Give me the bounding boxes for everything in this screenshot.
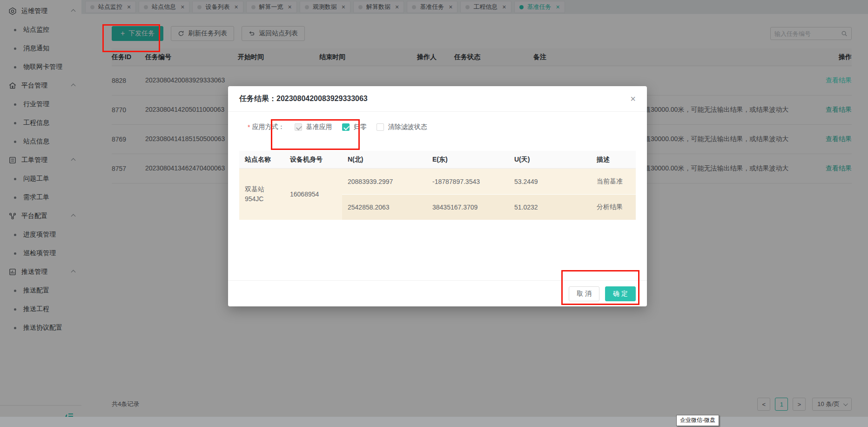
col-header-site-name: 站点名称: [239, 156, 284, 164]
cell-u-value: 51.0232: [509, 203, 591, 211]
cell-n-value: 2542858.2063: [342, 203, 427, 211]
col-header-n: N(北): [342, 156, 427, 164]
cell-e-value: -18787897.3543: [427, 178, 509, 185]
result-row-current: 20883939.2997 -18787897.3543 53.2449 当前基…: [342, 169, 636, 194]
result-table: 站点名称 设备机身号 N(北) E(东) U(天) 描述 双基站 954JC 1…: [239, 151, 636, 220]
checkbox-checked-icon: [342, 123, 350, 131]
close-dialog-icon[interactable]: ×: [630, 94, 636, 103]
checkbox-reset-zero[interactable]: 归零: [342, 123, 366, 131]
cell-desc-value: 分析结果: [591, 203, 636, 211]
checkbox-base-apply[interactable]: 基准应用: [295, 123, 332, 131]
dialog-footer: 取 消 确 定: [228, 280, 647, 306]
cell-n-value: 20883939.2997: [342, 178, 427, 185]
dialog-title: 任务结果：2023080420083929333063: [239, 94, 368, 104]
col-header-desc: 描述: [591, 156, 636, 164]
checkbox-checked-disabled-icon: [295, 123, 302, 131]
cell-e-value: 38435167.3709: [427, 203, 509, 211]
col-header-u: U(天): [509, 156, 591, 164]
apply-mode-label: 应用方式：: [252, 123, 284, 131]
checkbox-label: 清除滤波状态: [388, 123, 427, 131]
cancel-button[interactable]: 取 消: [569, 286, 599, 301]
result-table-header: 站点名称 设备机身号 N(北) E(东) U(天) 描述: [239, 151, 636, 169]
checkbox-label: 归零: [353, 123, 366, 131]
result-table-body: 双基站 954JC 16068954 20883939.2997 -187878…: [239, 169, 636, 220]
task-result-dialog: 任务结果：2023080420083929333063 × * 应用方式： 基准…: [228, 86, 647, 306]
cell-device-sn: 16068954: [284, 169, 342, 220]
os-taskbar: [0, 417, 868, 427]
confirm-button[interactable]: 确 定: [605, 286, 636, 301]
cell-desc-value: 当前基准: [591, 177, 636, 186]
taskbar-tooltip: 企业微信-微盘: [676, 415, 719, 426]
checkbox-label: 基准应用: [306, 123, 332, 131]
cell-u-value: 53.2449: [509, 178, 591, 185]
cell-site-name: 双基站 954JC: [239, 169, 284, 220]
result-row-analysis: 2542858.2063 38435167.3709 51.0232 分析结果: [342, 194, 636, 220]
dialog-body: * 应用方式： 基准应用 归零 清除滤波状态 站点名称 设备机身号 N(北) E…: [228, 112, 647, 220]
checkbox-clear-filter[interactable]: 清除滤波状态: [377, 123, 427, 131]
required-asterisk: *: [248, 123, 250, 131]
checkbox-unchecked-icon: [377, 123, 384, 131]
dialog-header: 任务结果：2023080420083929333063 ×: [228, 86, 647, 112]
apply-mode-row: * 应用方式： 基准应用 归零 清除滤波状态: [248, 123, 636, 131]
col-header-device-sn: 设备机身号: [284, 156, 342, 164]
col-header-e: E(东): [427, 156, 509, 164]
